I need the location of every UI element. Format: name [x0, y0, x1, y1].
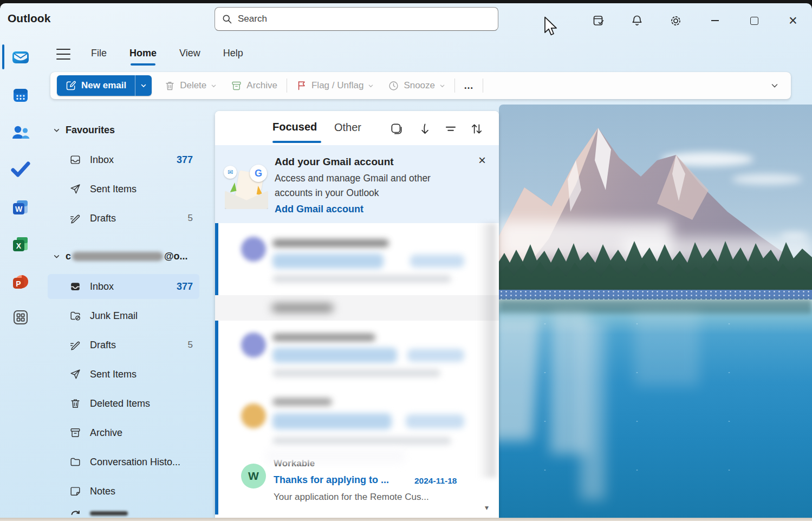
- tab-focused[interactable]: Focused: [272, 121, 317, 133]
- junk-folder-icon: [69, 310, 81, 322]
- word-app-icon: W: [12, 199, 29, 216]
- select-messages-button[interactable]: [389, 122, 404, 136]
- move-down-icon[interactable]: [418, 122, 432, 136]
- scrollbar-down-arrow[interactable]: ▾: [485, 503, 489, 512]
- folder-item-sent-favourite[interactable]: Sent Items: [48, 177, 199, 201]
- snooze-button[interactable]: Snooze: [381, 80, 452, 92]
- rail-item-todo[interactable]: [9, 158, 33, 181]
- blurred-preview: [272, 437, 451, 445]
- email-list-item-blurred[interactable]: [215, 387, 499, 455]
- outlook-window: Outlook Search: [0, 3, 812, 521]
- excel-app-icon: X: [12, 236, 29, 253]
- folder-label: Inbox: [90, 281, 114, 292]
- rail-item-excel[interactable]: X: [9, 232, 33, 256]
- account-header[interactable]: c@o...: [53, 244, 188, 268]
- unread-indicator: [215, 387, 218, 455]
- rail-item-word[interactable]: W: [9, 196, 33, 219]
- rail-item-more-apps[interactable]: [9, 305, 33, 329]
- blurred-sender: [272, 239, 389, 247]
- nav-hamburger-button[interactable]: [56, 49, 70, 60]
- email-preview: Your application for the Remote Cus...: [274, 492, 429, 503]
- more-options-button[interactable]: …: [457, 80, 480, 92]
- mail-app-icon: [11, 48, 30, 67]
- blurred-date: [410, 255, 464, 268]
- blurred-subject: [272, 348, 397, 363]
- powerpoint-app-icon: P: [12, 273, 29, 291]
- menu-help[interactable]: Help: [222, 45, 244, 66]
- email-list-item-blurred[interactable]: [215, 321, 499, 388]
- todo-app-icon: [11, 161, 30, 178]
- folder-item-junk[interactable]: Junk Email: [48, 304, 199, 328]
- email-list-item-workable[interactable]: W Workable Thanks for applying to ... 20…: [215, 455, 499, 515]
- rail-item-mail[interactable]: [9, 45, 33, 69]
- rail-item-people[interactable]: [9, 121, 33, 145]
- toolbar-divider: [454, 79, 455, 93]
- new-email-button[interactable]: New email: [57, 75, 135, 96]
- filter-icon[interactable]: [444, 122, 458, 136]
- app-title: Outlook: [8, 12, 50, 25]
- inbox-icon: [69, 154, 81, 166]
- folder-label: Drafts: [90, 340, 116, 351]
- new-email-split-button: New email: [57, 75, 152, 96]
- avatar-letter: W: [241, 464, 266, 489]
- notifications-button[interactable]: [628, 12, 646, 29]
- rail-item-powerpoint[interactable]: P: [9, 270, 33, 294]
- bell-icon: [631, 14, 644, 27]
- folder-item-drafts[interactable]: Drafts 5: [48, 333, 199, 357]
- minimize-button[interactable]: [706, 12, 724, 29]
- new-email-label: New email: [81, 80, 126, 91]
- banner-close-button[interactable]: ×: [478, 154, 486, 167]
- forest: [499, 228, 812, 299]
- folder-item-notes[interactable]: Notes: [48, 479, 199, 503]
- sort-icon[interactable]: [470, 122, 484, 136]
- folder-item-archive[interactable]: Archive: [48, 421, 199, 445]
- close-button[interactable]: ×: [784, 12, 802, 29]
- favourites-header[interactable]: Favourites: [53, 118, 115, 142]
- archive-button[interactable]: Archive: [224, 80, 284, 92]
- add-gmail-link[interactable]: Add Gmail account: [275, 204, 363, 215]
- chevron-down-icon: [211, 83, 217, 89]
- search-placeholder: Search: [238, 14, 267, 24]
- svg-text:X: X: [16, 242, 22, 250]
- ribbon-collapse-button[interactable]: [770, 81, 779, 90]
- folder-item-deleted[interactable]: Deleted Items: [48, 392, 199, 415]
- unread-count: 377: [177, 281, 193, 292]
- flag-button[interactable]: Flag / Unflag: [289, 80, 381, 91]
- folder-item-conversation-history[interactable]: Conversation Histo...: [48, 450, 199, 474]
- maximize-button[interactable]: [745, 12, 763, 29]
- banner-body: Access and manage Gmail and other accoun…: [275, 171, 447, 200]
- menu-view-label: View: [179, 48, 200, 58]
- archive-icon: [69, 427, 81, 439]
- my-day-button[interactable]: [590, 12, 607, 29]
- folder-item-inbox[interactable]: Inbox 377: [48, 274, 199, 299]
- app-rail: W X P: [0, 38, 41, 521]
- menu-help-label: Help: [223, 48, 243, 58]
- search-input[interactable]: Search: [215, 7, 498, 31]
- folder-item-inbox-favourite[interactable]: Inbox 377: [48, 148, 199, 172]
- delete-button[interactable]: Delete: [157, 80, 224, 92]
- new-email-dropdown[interactable]: [135, 75, 152, 96]
- mail-glyph: ✉: [228, 168, 233, 176]
- menu-home[interactable]: Home: [128, 45, 158, 66]
- folder-item-drafts-favourite[interactable]: Drafts 5: [48, 206, 199, 230]
- email-date: 2024-11-18: [414, 476, 457, 486]
- folder-item-partial[interactable]: [48, 509, 199, 518]
- minimize-icon: [711, 20, 719, 21]
- delete-label: Delete: [180, 80, 206, 91]
- menu-view[interactable]: View: [178, 45, 202, 66]
- rail-item-calendar[interactable]: [9, 83, 33, 107]
- compose-icon: [66, 80, 76, 91]
- chevron-down-icon: [140, 82, 147, 89]
- email-list-item-blurred[interactable]: [215, 223, 499, 295]
- folder-label: Archive: [90, 427, 122, 439]
- account-suffix: @o...: [164, 251, 188, 262]
- chevron-down-icon: [53, 127, 60, 134]
- menu-file[interactable]: File: [90, 45, 108, 66]
- folder-item-sent[interactable]: Sent Items: [48, 362, 199, 386]
- settings-button[interactable]: [667, 12, 684, 29]
- folder-icon: [69, 456, 81, 468]
- tab-other[interactable]: Other: [334, 121, 361, 134]
- trash-icon: [164, 80, 176, 92]
- blur-overlay: [265, 448, 406, 464]
- blurred-date: [406, 414, 464, 428]
